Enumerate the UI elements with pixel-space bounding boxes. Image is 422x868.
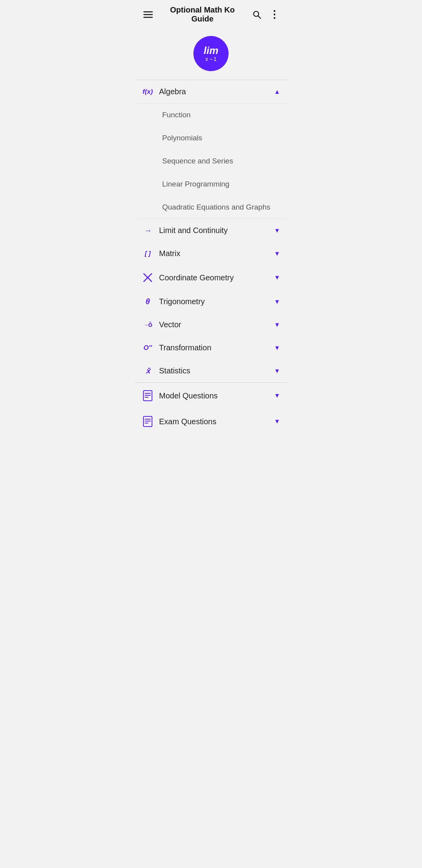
coordinate-row[interactable]: Coordinate Geometry ▼ xyxy=(135,265,287,290)
statistics-row[interactable]: x̄ Statistics ▼ xyxy=(135,359,287,382)
sub-item-sequence[interactable]: Sequence and Series xyxy=(135,150,287,173)
coordinate-arrow: ▼ xyxy=(274,274,280,281)
category-limit: → Limit and Continuity ▼ xyxy=(135,219,287,242)
bottom-list: Model Questions ▼ Exam Questions ▼ xyxy=(135,383,287,434)
statistics-label: Statistics xyxy=(159,366,272,375)
top-bar: Optional Math Ko Guide ⋮ xyxy=(135,0,287,29)
category-statistics: x̄ Statistics ▼ xyxy=(135,359,287,382)
category-transformation: O″ Transformation ▼ xyxy=(135,336,287,359)
page-title: Optional Math Ko Guide xyxy=(159,5,246,23)
transformation-row[interactable]: O″ Transformation ▼ xyxy=(135,336,287,359)
matrix-arrow: ▼ xyxy=(274,250,280,257)
logo-container: lim x→1 xyxy=(135,29,287,80)
exam-questions-icon xyxy=(140,416,155,427)
exam-questions-arrow: ▼ xyxy=(274,418,280,425)
svg-rect-11 xyxy=(143,416,152,427)
statistics-icon: x̄ xyxy=(140,367,155,375)
model-questions-row[interactable]: Model Questions ▼ xyxy=(135,383,287,409)
svg-line-4 xyxy=(258,16,261,19)
vector-label: Vector xyxy=(159,320,272,329)
model-questions-arrow: ▼ xyxy=(274,392,280,399)
algebra-label: Algebra xyxy=(159,87,272,96)
exam-questions-row[interactable]: Exam Questions ▼ xyxy=(135,409,287,434)
app-logo: lim x→1 xyxy=(193,36,229,71)
vector-icon: → ȯ xyxy=(140,321,155,328)
trigonometry-arrow: ▼ xyxy=(274,298,280,305)
algebra-icon: f(x) xyxy=(140,88,155,96)
svg-rect-2 xyxy=(143,17,153,18)
limit-row[interactable]: → Limit and Continuity ▼ xyxy=(135,219,287,242)
sub-item-quadratic[interactable]: Quadratic Equations and Graphs xyxy=(135,196,287,219)
vector-row[interactable]: → ȯ Vector ▼ xyxy=(135,313,287,336)
exam-questions-label: Exam Questions xyxy=(159,417,272,426)
limit-label: Limit and Continuity xyxy=(159,226,272,235)
statistics-arrow: ▼ xyxy=(274,368,280,375)
matrix-label: Matrix xyxy=(159,249,272,258)
logo-lim-text: lim xyxy=(204,45,218,56)
algebra-subitems: Function Polynomials Sequence and Series… xyxy=(135,104,287,219)
logo-sub-text: x→1 xyxy=(206,56,217,62)
svg-rect-0 xyxy=(143,11,153,13)
transformation-label: Transformation xyxy=(159,343,272,352)
matrix-row[interactable]: [ ] Matrix ▼ xyxy=(135,242,287,265)
svg-rect-7 xyxy=(143,391,152,401)
trigonometry-row[interactable]: θ Trigonometry ▼ xyxy=(135,290,287,313)
category-coordinate: Coordinate Geometry ▼ xyxy=(135,265,287,290)
search-icon[interactable] xyxy=(250,10,263,19)
sub-item-linear-programming[interactable]: Linear Programming xyxy=(135,173,287,196)
svg-rect-1 xyxy=(143,14,153,15)
model-questions-icon xyxy=(140,390,155,402)
model-questions-item: Model Questions ▼ xyxy=(135,383,287,409)
category-trigonometry: θ Trigonometry ▼ xyxy=(135,290,287,313)
transformation-icon: O″ xyxy=(140,344,155,352)
category-matrix: [ ] Matrix ▼ xyxy=(135,242,287,265)
algebra-arrow: ▲ xyxy=(274,88,280,95)
coordinate-label: Coordinate Geometry xyxy=(159,273,272,282)
category-vector: → ȯ Vector ▼ xyxy=(135,313,287,336)
model-questions-label: Model Questions xyxy=(159,391,272,400)
limit-arrow: ▼ xyxy=(274,227,280,234)
trigonometry-label: Trigonometry xyxy=(159,297,272,306)
matrix-icon: [ ] xyxy=(140,250,155,257)
sub-item-polynomials[interactable]: Polynomials xyxy=(135,127,287,150)
limit-icon: → xyxy=(140,226,155,235)
exam-questions-item: Exam Questions ▼ xyxy=(135,409,287,434)
category-list: f(x) Algebra ▲ Function Polynomials Sequ… xyxy=(135,80,287,382)
category-algebra: f(x) Algebra ▲ Function Polynomials Sequ… xyxy=(135,80,287,219)
sub-item-function[interactable]: Function xyxy=(135,104,287,127)
menu-icon[interactable] xyxy=(142,10,154,19)
coordinate-icon xyxy=(140,272,155,283)
more-options-icon[interactable]: ⋮ xyxy=(268,9,280,21)
trigonometry-icon: θ xyxy=(140,297,155,306)
transformation-arrow: ▼ xyxy=(274,344,280,352)
algebra-row[interactable]: f(x) Algebra ▲ xyxy=(135,80,287,104)
vector-arrow: ▼ xyxy=(274,321,280,328)
